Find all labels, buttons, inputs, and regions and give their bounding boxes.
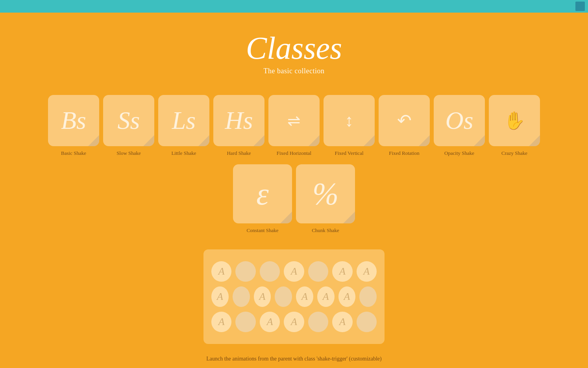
card-icon-fixed-r: ↶ [379,95,430,146]
arrows-icon: ⇌ [287,112,301,130]
vertical-icon: ↕ [345,111,353,131]
card-hard-shake[interactable]: Hs Hard Shake [213,95,264,156]
demo-bubble[interactable]: A [296,286,313,307]
demo-bubble[interactable]: A [260,312,280,332]
card-label-fixed-r: Fixed Rotation [389,150,420,156]
demo-bubble[interactable]: A [317,286,335,307]
card-chunk-shake[interactable]: % Chunk Shake [296,164,355,234]
footer-text: Launch the animations from the parent wi… [190,356,398,362]
demo-bubble[interactable] [359,286,377,307]
page-title: Classes [246,32,342,64]
card-basic-shake[interactable]: Bs Basic Shake [48,95,99,156]
demo-row-1: A A A A [211,261,377,282]
demo-panel: A A A A A A A A A A A A A [203,249,385,344]
card-icon-basic: Bs [48,95,99,146]
card-crazy-shake[interactable]: ✋ Crazy Shake [489,95,540,156]
card-letter-chunk: % [312,178,339,210]
card-letter-basic: Bs [61,108,86,133]
demo-bubble[interactable] [308,312,328,332]
card-icon-fixed-h: ⇌ [268,95,320,146]
card-icon-crazy: ✋ [489,95,540,146]
demo-bubble[interactable]: A [332,312,352,332]
card-icon-constant: ε [233,164,292,223]
hand-icon: ✋ [504,110,525,131]
card-letter-opacity: Os [445,108,473,133]
demo-bubble[interactable] [275,286,292,307]
card-letter-constant: ε [256,178,269,210]
demo-bubble[interactable]: A [211,261,231,282]
top-bar [0,0,588,13]
card-label-slow: Slow Shake [116,150,141,156]
demo-bubble[interactable]: A [284,312,304,332]
demo-bubble[interactable] [308,261,328,282]
card-label-crazy: Crazy Shake [501,150,527,156]
card-fixed-horizontal[interactable]: ⇌ Fixed Horizontal [268,95,320,156]
card-letter-little: Ls [172,108,196,133]
card-label-constant: Constant Shake [246,227,278,234]
cards-row-2: ε Constant Shake % Chunk Shake [233,164,355,234]
card-slow-shake[interactable]: Ss Slow Shake [103,95,154,156]
title-section: Classes The basic collection [246,32,342,75]
cards-row-1: Bs Basic Shake Ss Slow Shake Ls Little S… [48,95,540,156]
card-label-little: Little Shake [171,150,196,156]
card-fixed-rotation[interactable]: ↶ Fixed Rotation [379,95,430,156]
card-icon-fixed-v: ↕ [324,95,375,146]
card-opacity-shake[interactable]: Os Opacity Shake [434,95,485,156]
card-label-opacity: Opacity Shake [444,150,474,156]
card-fixed-vertical[interactable]: ↕ Fixed Vertical [324,95,375,156]
card-icon-little: Ls [158,95,209,146]
card-label-fixed-v: Fixed Vertical [335,150,363,156]
card-icon-slow: Ss [103,95,154,146]
card-label-fixed-h: Fixed Horizontal [277,150,311,156]
card-icon-hard: Hs [213,95,264,146]
card-label-basic: Basic Shake [61,150,86,156]
top-bar-button[interactable] [575,2,585,11]
demo-row-2: A A A A A [211,286,377,307]
demo-bubble[interactable]: A [284,261,304,282]
demo-bubble[interactable] [235,261,255,282]
demo-bubble[interactable]: A [254,286,271,307]
demo-bubble[interactable] [260,261,280,282]
demo-bubble[interactable]: A [357,261,377,282]
demo-bubble[interactable]: A [211,286,229,307]
card-constant-shake[interactable]: ε Constant Shake [233,164,292,234]
page-content: Classes The basic collection Bs Basic Sh… [0,13,588,368]
demo-bubble[interactable]: A [211,312,231,332]
card-little-shake[interactable]: Ls Little Shake [158,95,209,156]
card-letter-slow: Ss [118,108,140,133]
card-label-hard: Hard Shake [227,150,251,156]
page-subtitle: The basic collection [246,67,342,75]
demo-bubble[interactable] [233,286,250,307]
card-label-chunk: Chunk Shake [312,227,339,234]
rotation-icon: ↶ [397,110,412,131]
demo-bubble[interactable] [357,312,377,332]
card-icon-opacity: Os [434,95,485,146]
demo-bubble[interactable]: A [338,286,356,307]
demo-bubble[interactable] [235,312,255,332]
card-icon-chunk: % [296,164,355,223]
demo-row-3: A A A A [211,312,377,332]
demo-bubble[interactable]: A [332,261,352,282]
card-letter-hard: Hs [225,108,253,133]
